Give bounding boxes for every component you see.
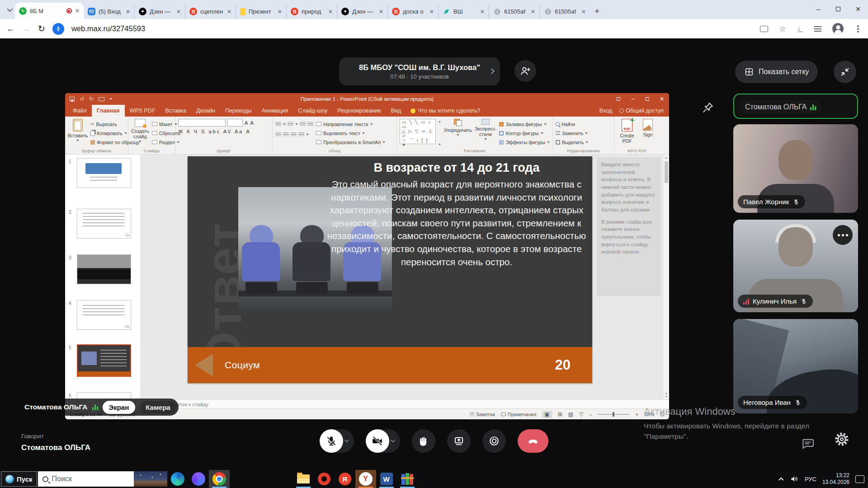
taskbar-clock[interactable]: 13:22 13.04.2026	[822, 472, 849, 486]
downloads-icon[interactable]: →	[797, 26, 803, 32]
screen-share-button[interactable]	[447, 429, 471, 453]
align-buttons[interactable]	[275, 131, 313, 138]
menu-wps-pdf[interactable]: WPS PDF	[125, 105, 160, 117]
action-center-icon[interactable]	[855, 475, 864, 483]
tab-close-icon[interactable]: ✕	[176, 9, 181, 15]
comments-toggle[interactable]: Примечания	[501, 412, 537, 417]
screen-share-tab[interactable]: Экран	[103, 401, 136, 414]
raise-hand-button[interactable]	[412, 429, 435, 453]
tab-close-icon[interactable]: ✕	[379, 9, 383, 15]
tell-me-label[interactable]: Что вы хотите сделать?	[418, 108, 480, 114]
menu-design[interactable]: Дизайн	[191, 105, 220, 117]
tab-close-icon[interactable]: ✕	[227, 9, 231, 15]
menu-insert[interactable]: Вставка	[160, 105, 191, 117]
chat-button[interactable]	[801, 436, 815, 452]
participant-tile[interactable]: Кулинич Илья	[733, 220, 858, 312]
view-reading-button[interactable]: ▤	[568, 411, 573, 418]
ppt-minimize-button[interactable]: –	[626, 93, 640, 105]
mic-toggle-button[interactable]	[320, 429, 343, 453]
save-icon[interactable]	[70, 97, 75, 102]
tab-close-icon[interactable]: ✕	[581, 9, 586, 15]
zoom-slider-thumb[interactable]	[613, 412, 614, 417]
replace-button[interactable]: Заменить	[556, 129, 588, 137]
align-text-button[interactable]: Выровнять текст	[316, 129, 385, 137]
tab-presentation[interactable]: Презент ✕	[236, 4, 286, 19]
tab-vsh[interactable]: ВШ ✕	[438, 4, 489, 19]
shape-fill-button[interactable]: Заливка фигуры	[499, 120, 550, 128]
tab-close-icon[interactable]: ✕	[328, 9, 333, 15]
menu-home[interactable]: Главная	[92, 105, 125, 117]
taskbar-yandex-icon[interactable]: Я	[335, 470, 355, 488]
window-minimize-button[interactable]: –	[808, 5, 828, 13]
taskbar-search[interactable]	[38, 471, 167, 487]
bullets-buttons[interactable]	[275, 120, 313, 128]
tab-meeting[interactable]: 8Б М ✕	[15, 3, 84, 19]
search-daily-image[interactable]	[134, 471, 167, 487]
shapes-scroll[interactable]: ▴ ▾	[439, 119, 441, 147]
sign-button[interactable]: Sign	[640, 119, 656, 147]
camera-tab[interactable]: Камера	[140, 401, 176, 414]
add-participant-button[interactable]	[514, 60, 536, 82]
tab-close-icon[interactable]: ✕	[531, 9, 535, 15]
arrange-button[interactable]: Упорядочить	[444, 119, 472, 147]
text-direction-button[interactable]: Направление текста	[316, 120, 385, 128]
menu-file[interactable]: Файл	[68, 105, 92, 117]
camera-toggle-button[interactable]	[366, 429, 389, 453]
hidden-icons-chevron-icon[interactable]	[778, 477, 783, 482]
ppt-close-button[interactable]: ✕	[655, 93, 669, 105]
taskbar-browser-icon[interactable]	[188, 470, 209, 488]
pin-icon[interactable]	[702, 101, 714, 116]
tab-dzen-2[interactable]: ✦ Дзен — ✕	[337, 4, 387, 19]
font-grow-shrink-buttons[interactable]: А А	[245, 120, 254, 126]
window-close-button[interactable]: ✕	[848, 5, 868, 13]
share-button[interactable]: Общий доступ	[619, 108, 664, 114]
font-name-input[interactable]	[178, 119, 226, 127]
mic-options-chevron-icon[interactable]	[343, 437, 350, 445]
tab-close-icon[interactable]: ✕	[429, 9, 434, 15]
end-call-button[interactable]	[518, 429, 548, 453]
qat-caret-icon[interactable]	[109, 98, 112, 100]
menu-transitions[interactable]: Переходы	[220, 105, 257, 117]
taskbar-chrome-icon[interactable]	[209, 470, 230, 488]
tab-file-2[interactable]: 61505af ✕	[539, 4, 590, 19]
view-slideshow-button[interactable]: ▽	[579, 411, 583, 418]
view-normal-button[interactable]: ▣	[542, 411, 552, 418]
tile-menu-button[interactable]	[833, 225, 853, 245]
redo-icon[interactable]: ↻	[89, 96, 94, 102]
tab-yandex-2[interactable]: Я природ ✕	[286, 4, 337, 19]
camera-options-chevron-icon[interactable]	[389, 437, 396, 445]
font-style-buttons[interactable]: Ж К Ч S abc AV Aa А	[178, 129, 269, 134]
record-button[interactable]	[482, 429, 506, 453]
new-tab-button[interactable]: +	[594, 6, 599, 16]
profile-avatar[interactable]	[832, 23, 844, 34]
volume-icon[interactable]	[790, 474, 799, 483]
zoom-in-button[interactable]: +	[635, 412, 638, 417]
browser-menu-icon[interactable]	[857, 28, 859, 30]
scrollbar-thumb[interactable]	[665, 161, 668, 183]
zoom-out-button[interactable]: –	[589, 412, 592, 417]
language-indicator[interactable]: РУС	[805, 476, 816, 483]
shapes-gallery[interactable]: ▭ ╲ ╲ ▭ ○ ▭ △ ▷ ▽ ⇨ ⇩ ▱ ☆ ⌒ ≀ { } ✦	[400, 119, 436, 144]
slide-thumbnail-5-selected[interactable]	[77, 344, 131, 377]
tab-close-icon[interactable]: ✕	[126, 9, 130, 15]
slide-thumbnail-4[interactable]: 20	[77, 300, 131, 330]
shape-effects-button[interactable]: Эффекты фигуры	[499, 138, 550, 146]
slide-thumbnail-3[interactable]	[77, 254, 131, 284]
back-arrow-shape[interactable]	[195, 354, 213, 376]
settings-gear-icon[interactable]	[833, 430, 851, 450]
site-mic-permission-icon[interactable]	[52, 23, 64, 35]
undo-icon[interactable]: ↺	[80, 96, 84, 102]
taskbar-winrar-icon[interactable]	[397, 470, 418, 488]
vertical-scrollbar[interactable]: ▴ ▴ ▾	[663, 155, 669, 399]
menu-review[interactable]: Рецензирование	[332, 105, 386, 117]
create-pdf-button[interactable]: PDF Create PDF	[617, 119, 637, 147]
taskbar-yandex-browser-icon[interactable]: Y	[355, 470, 376, 488]
tab-close-icon[interactable]: ✕	[480, 9, 485, 15]
taskbar-opera-icon[interactable]	[314, 470, 335, 488]
search-input[interactable]	[52, 475, 120, 483]
menu-animation[interactable]: Анимация	[257, 105, 293, 117]
paste-button[interactable]: Вставить	[68, 119, 88, 147]
show-grid-button[interactable]: Показать сетку	[735, 61, 818, 83]
meeting-header[interactable]: 8Б МБОУ "СОШ им. В.Г. Шухова" 07:48 · 10…	[339, 57, 500, 85]
slide-thumbnail-1[interactable]	[77, 158, 131, 188]
